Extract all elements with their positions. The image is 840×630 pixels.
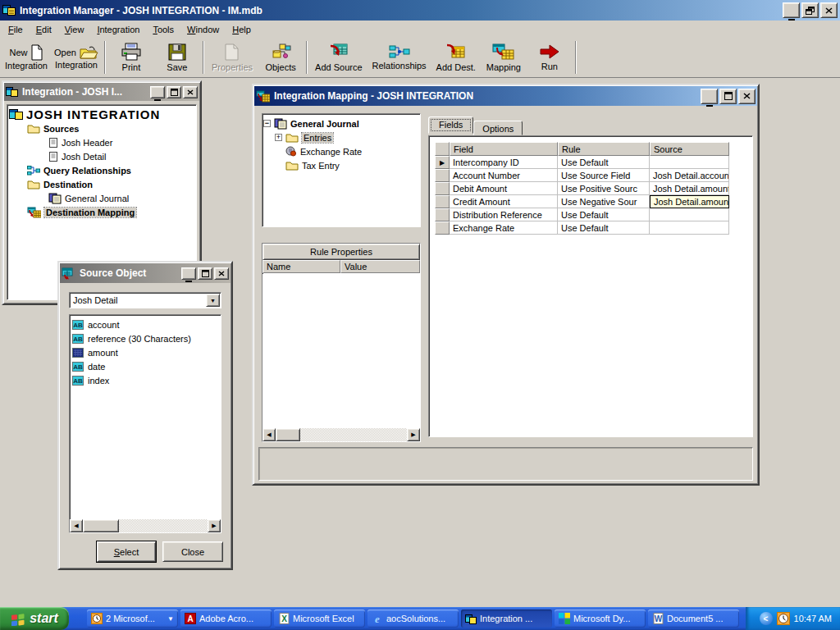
tree-node-destination-mapping[interactable]: Destination Mapping [9, 205, 194, 219]
taskbar-button-dynamics[interactable]: Microsoft Dy... [555, 609, 646, 628]
relationships-button[interactable]: Relationships [368, 39, 431, 75]
field-item-index[interactable]: AB index [70, 373, 221, 387]
integration-window-titlebar[interactable]: Integration - JOSH I... [4, 83, 199, 101]
tree-node-destination[interactable]: Destination [9, 177, 194, 191]
menubar: File Edit View Integration Tools Window … [0, 21, 840, 38]
mapping-button[interactable]: Mapping [481, 39, 527, 75]
taskbar-button-adobe-acrobat[interactable]: A Adobe Acro... [180, 609, 272, 628]
field-item-account[interactable]: AB account [70, 317, 221, 331]
source-column-header[interactable]: Source [650, 142, 729, 156]
scroll-right-arrow[interactable]: ▶ [208, 519, 221, 532]
taskbar-button-excel[interactable]: X Microsoft Excel [274, 609, 365, 628]
taskbar-button-aocsolutions[interactable]: e aocSolutions... [368, 609, 459, 628]
tree-node-root[interactable]: JOSH INTEGRATION [9, 107, 194, 121]
source-object-titlebar[interactable]: Source Object [60, 263, 231, 283]
minimize-button[interactable] [783, 2, 800, 18]
source-list-hscrollbar[interactable]: ◀ ▶ [70, 519, 221, 532]
save-button[interactable]: Save [154, 39, 200, 75]
restore-button[interactable] [801, 2, 819, 18]
grid-row[interactable]: ▶ Intercompany ID Use Default [435, 156, 731, 169]
grid-row[interactable]: Debit Amount Use Positive Sourc Josh Det… [435, 182, 731, 195]
rule-properties-hscrollbar[interactable]: ◀ ▶ [262, 428, 420, 441]
tree-node-sources[interactable]: Sources [9, 121, 194, 135]
mapping-window-titlebar[interactable]: Integration Mapping - JOSH INTEGRATION [254, 86, 757, 106]
tab-options[interactable]: Options [473, 121, 523, 135]
source-table-combobox[interactable]: Josh Detail ▼ [69, 292, 221, 308]
menu-tools[interactable]: Tools [146, 22, 180, 37]
menu-window[interactable]: Window [180, 22, 226, 37]
close-button[interactable] [820, 2, 838, 18]
close-button[interactable] [738, 89, 756, 104]
maximize-button[interactable] [167, 86, 181, 98]
rule-prop-name-column-header[interactable]: Name [262, 260, 340, 273]
row-selector[interactable] [435, 221, 450, 235]
tree-node-query-relationships[interactable]: Query Relationships [9, 163, 194, 177]
tree-node-josh-header[interactable]: Josh Header [9, 135, 194, 149]
grid-row[interactable]: Exchange Rate Use Default [435, 221, 731, 235]
print-button[interactable]: Print [108, 39, 154, 75]
tree-node-general-journal[interactable]: − General Journal [263, 116, 419, 130]
add-dest-button[interactable]: Add Dest. [431, 39, 481, 75]
row-selector-current[interactable]: ▶ [435, 156, 450, 169]
scroll-left-arrow[interactable]: ◀ [70, 519, 83, 532]
field-column-header[interactable]: Field [450, 142, 558, 156]
tab-fields[interactable]: Fields [428, 116, 473, 134]
row-selector[interactable] [435, 208, 450, 221]
menu-view[interactable]: View [58, 22, 91, 37]
taskbar-button-word-document[interactable]: W Document5 ... [648, 609, 739, 628]
mapping-window-title: Integration Mapping - JOSH INTEGRATION [274, 90, 701, 102]
tree-node-entries[interactable]: + Entries [263, 130, 419, 144]
scroll-right-arrow[interactable]: ▶ [407, 428, 420, 441]
svg-text:A: A [187, 614, 193, 623]
menu-file[interactable]: File [2, 22, 30, 37]
objects-button[interactable]: Objects [258, 39, 304, 75]
row-selector[interactable] [435, 195, 450, 208]
tree-node-label: Exchange Rate [300, 147, 362, 157]
expand-box[interactable]: + [275, 134, 282, 141]
collapse-box[interactable]: − [263, 120, 271, 127]
close-button[interactable]: Close [162, 541, 223, 562]
rule-prop-value-column-header[interactable]: Value [340, 260, 420, 273]
new-integration-button[interactable]: New Integration [2, 39, 51, 75]
field-item-reference[interactable]: AB reference (30 Characters) [70, 331, 221, 345]
text-field-icon: AB [72, 376, 84, 386]
combobox-dropdown-arrow[interactable]: ▼ [206, 294, 220, 307]
hide-icons-chevron[interactable]: < [760, 612, 773, 625]
run-button[interactable]: Run [527, 39, 573, 75]
taskbar-button-microsoft-group[interactable]: 2 Microsof... ▼ [87, 609, 178, 628]
open-integration-button[interactable]: Open Integration [51, 39, 102, 75]
main-titlebar[interactable]: Integration Manager - JOSH INTEGRATION -… [0, 0, 840, 21]
minimize-button[interactable] [150, 86, 165, 98]
start-button[interactable]: start [0, 607, 69, 630]
group-dropdown-arrow[interactable]: ▼ [167, 615, 174, 623]
select-button[interactable]: Select [97, 541, 156, 562]
scroll-thumb[interactable] [83, 519, 119, 532]
row-selector[interactable] [435, 169, 450, 182]
tree-node-general-journal[interactable]: General Journal [9, 191, 194, 205]
taskbar-button-integration-active[interactable]: Integration ... [461, 609, 552, 628]
scroll-thumb[interactable] [276, 428, 300, 441]
field-item-date[interactable]: AB date [70, 359, 221, 373]
add-source-button[interactable]: Add Source [310, 39, 367, 75]
rule-column-header[interactable]: Rule [558, 142, 650, 156]
tree-node-josh-detail[interactable]: Josh Detail [9, 149, 194, 163]
menu-integration[interactable]: Integration [90, 22, 146, 37]
tree-node-exchange-rate[interactable]: Exchange Rate [263, 144, 419, 158]
close-button[interactable] [183, 86, 198, 98]
tree-node-tax-entry[interactable]: Tax Entry [263, 158, 419, 172]
menu-help[interactable]: Help [226, 22, 258, 37]
scroll-left-arrow[interactable]: ◀ [262, 428, 276, 441]
close-button[interactable] [214, 267, 229, 280]
maximize-button[interactable] [719, 89, 737, 104]
exchange-rate-icon [285, 146, 297, 157]
minimize-button[interactable] [701, 89, 718, 104]
grid-row[interactable]: Credit Amount Use Negative Sour Josh Det… [435, 195, 731, 208]
grid-row[interactable]: Account Number Use Source Field Josh Det… [435, 169, 731, 182]
maximize-button[interactable] [198, 267, 212, 280]
folder-icon [285, 160, 299, 171]
field-item-amount[interactable]: amount [70, 345, 221, 359]
row-selector[interactable] [435, 182, 450, 195]
grid-row[interactable]: Distribution Reference Use Default [435, 208, 731, 221]
menu-edit[interactable]: Edit [30, 22, 58, 37]
minimize-button[interactable] [181, 267, 196, 280]
